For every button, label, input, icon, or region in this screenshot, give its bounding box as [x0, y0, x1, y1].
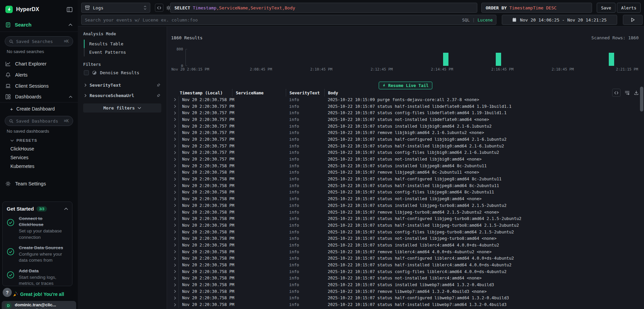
row-expand-chevron[interactable]	[171, 230, 178, 234]
row-expand-chevron[interactable]	[171, 151, 178, 154]
histogram-bar[interactable]	[443, 53, 448, 66]
saved-searches-input[interactable]: ⌘K	[5, 36, 73, 46]
row-expand-chevron[interactable]	[171, 158, 178, 161]
chevron-up-icon[interactable]	[64, 208, 68, 210]
more-filters-button[interactable]: More filters	[83, 103, 161, 113]
table-row[interactable]: Nov 20 2:20:30.757 PM info 2025-10-22 10…	[171, 136, 639, 143]
row-expand-chevron[interactable]	[171, 250, 178, 254]
sidebar-item-alerts[interactable]: Alerts	[0, 69, 78, 80]
table-row[interactable]: Nov 20 2:20:30.758 PM info 2025-10-22 10…	[171, 242, 639, 249]
row-expand-chevron[interactable]	[171, 104, 178, 108]
row-expand-chevron[interactable]	[171, 223, 178, 227]
preset-dashboard-link[interactable]: Kubernetes	[0, 162, 78, 171]
get-started-step[interactable]: Add Data Start sending logs, metrics, or…	[7, 268, 68, 286]
get-started-step[interactable]: Create Data Sources Configure where your…	[7, 245, 68, 264]
create-dashboard-button[interactable]: + Create Dashboard	[0, 102, 78, 115]
row-expand-chevron[interactable]	[171, 177, 178, 181]
table-row[interactable]: Nov 20 2:20:30.758 PM info 2025-10-22 10…	[171, 295, 639, 302]
chevron-up-icon[interactable]	[69, 96, 72, 98]
table-row[interactable]: Nov 20 2:20:30.758 PM info 2025-10-22 10…	[171, 222, 639, 229]
table-row[interactable]: Nov 20 2:20:30.758 PM info 2025-10-22 10…	[171, 163, 639, 169]
sidebar-item-search[interactable]: Search	[0, 18, 78, 32]
sidebar-item-dashboards[interactable]: Dashboards	[0, 91, 78, 102]
table-row[interactable]: Nov 20 2:20:30.758 PM info 2025-10-22 10…	[171, 209, 639, 216]
column-config-button[interactable]	[612, 89, 621, 97]
sql-toggle[interactable]: SQL	[462, 17, 470, 23]
row-expand-chevron[interactable]	[171, 144, 178, 148]
column-header-servicename[interactable]: ServiceName	[232, 89, 286, 96]
table-row[interactable]: Nov 20 2:20:30.758 PM info 2025-10-22 10…	[171, 195, 639, 202]
saved-searches-field[interactable]	[16, 39, 61, 44]
denoise-results-toggle[interactable]: Denoise Results	[84, 70, 161, 75]
filter-group[interactable]: SeverityText	[83, 80, 161, 90]
table-row[interactable]: Nov 20 2:20:30.757 PM info 2025-10-22 10…	[171, 103, 639, 110]
pin-icon[interactable]	[156, 83, 161, 88]
table-row[interactable]: Nov 20 2:20:30.758 PM info 2025-10-22 10…	[171, 268, 639, 275]
table-row[interactable]: Nov 20 2:20:30.758 PM info 2025-10-22 10…	[171, 255, 639, 262]
histogram-bar[interactable]	[609, 53, 614, 66]
source-select[interactable]: Logs	[81, 3, 150, 13]
row-expand-chevron[interactable]	[171, 270, 178, 273]
row-expand-chevron[interactable]	[171, 303, 178, 307]
row-expand-chevron[interactable]	[171, 243, 178, 247]
table-row[interactable]: Nov 20 2:20:30.758 PM info 2025-10-22 10…	[171, 275, 639, 282]
row-expand-chevron[interactable]	[171, 276, 178, 280]
presets-toggle[interactable]: PRESETS	[0, 135, 78, 144]
mode-results-table[interactable]: Results Table	[84, 40, 161, 48]
pin-icon[interactable]	[156, 93, 161, 98]
row-expand-chevron[interactable]	[171, 204, 178, 207]
column-header-severitytext[interactable]: SeverityText	[286, 89, 324, 96]
row-expand-chevron[interactable]	[171, 197, 178, 201]
alerts-button[interactable]: Alerts	[617, 3, 641, 13]
row-expand-chevron[interactable]	[171, 283, 178, 287]
table-row[interactable]: Nov 20 2:20:30.758 PM info 2025-10-22 10…	[171, 249, 639, 255]
row-expand-chevron[interactable]	[171, 237, 178, 240]
row-expand-chevron[interactable]	[171, 118, 178, 121]
run-query-button[interactable]	[623, 15, 643, 25]
table-row[interactable]: Nov 20 2:20:30.758 PM info 2025-10-22 10…	[171, 281, 639, 288]
table-row[interactable]: Nov 20 2:20:30.758 PM info 2025-10-22 10…	[171, 235, 639, 242]
table-row[interactable]: Nov 20 2:20:30.758 PM info 2025-10-22 10…	[171, 176, 639, 182]
table-row[interactable]: Nov 20 2:20:30.757 PM info 2025-10-22 10…	[171, 123, 639, 130]
preset-dashboard-link[interactable]: ClickHouse	[0, 144, 78, 153]
row-expand-chevron[interactable]	[171, 131, 178, 135]
table-row[interactable]: Nov 20 2:20:30.757 PM info 2025-10-22 10…	[171, 116, 639, 123]
date-range-picker[interactable]: Nov 20 14:06:25 - Nov 20 14:21:25	[502, 15, 617, 25]
table-row[interactable]: Nov 20 2:20:30.757 PM info 2025-10-22 10…	[171, 156, 639, 163]
table-row[interactable]: Nov 20 2:20:30.758 PM info 2025-10-22 10…	[171, 182, 639, 189]
table-row[interactable]: Nov 20 2:20:30.758 PM info 2025-10-22 10…	[171, 189, 639, 196]
filter-group[interactable]: ResourceSchemaUrl	[83, 90, 161, 101]
row-expand-chevron[interactable]	[171, 257, 178, 260]
row-expand-chevron[interactable]	[171, 111, 178, 115]
select-columns-input[interactable]: SELECT Timestamp ,ServiceName,SeverityTe…	[170, 3, 477, 13]
table-row[interactable]: Nov 20 2:20:30.757 PM info 2025-10-22 10…	[171, 143, 639, 149]
table-row[interactable]: Nov 20 2:20:30.757 PM info 2025-10-22 10…	[171, 149, 639, 156]
mode-event-patterns[interactable]: Event Patterns	[84, 48, 161, 56]
table-row[interactable]: Nov 20 2:20:30.758 PM info 2025-10-22 10…	[171, 215, 639, 222]
table-row[interactable]: Nov 20 2:20:30.758 PM info 2025-10-22 10…	[171, 96, 639, 103]
table-row[interactable]: Nov 20 2:20:30.757 PM info 2025-10-22 10…	[171, 129, 639, 136]
table-row[interactable]: Nov 20 2:20:30.758 PM info 2025-10-22 10…	[171, 229, 639, 235]
row-expand-chevron[interactable]	[171, 171, 178, 174]
row-expand-chevron[interactable]	[171, 190, 178, 194]
sidebar-item-chart-explorer[interactable]: Chart Explorer	[0, 58, 78, 69]
row-expand-chevron[interactable]	[171, 290, 178, 293]
lucene-toggle[interactable]: Lucene	[478, 17, 493, 23]
saved-dashboards-input[interactable]: ⌘K	[5, 116, 73, 126]
table-row[interactable]: Nov 20 2:20:30.757 PM info 2025-10-22 10…	[171, 109, 639, 116]
table-row[interactable]: Nov 20 2:20:30.758 PM info 2025-10-22 10…	[171, 288, 639, 295]
row-expand-chevron[interactable]	[171, 296, 178, 300]
row-expand-chevron[interactable]	[171, 263, 178, 267]
help-button[interactable]: ?	[3, 288, 12, 297]
column-header-body[interactable]: Body	[324, 89, 639, 96]
table-scrollbar-thumb[interactable]	[640, 87, 643, 112]
histogram-bar[interactable]	[496, 53, 501, 66]
chevron-up-icon[interactable]	[68, 24, 72, 26]
sidebar-item-client-sessions[interactable]: Client Sessions	[0, 80, 78, 91]
table-row[interactable]: Nov 20 2:20:30.758 PM info 2025-10-22 10…	[171, 262, 639, 268]
collapse-sidebar-icon[interactable]	[67, 7, 72, 12]
code-editor-button[interactable]	[155, 4, 163, 12]
row-side-panel-button[interactable]	[625, 91, 630, 95]
row-expand-chevron[interactable]	[171, 184, 178, 187]
table-row[interactable]: Nov 20 2:20:30.758 PM info 2025-10-22 10…	[171, 301, 639, 308]
